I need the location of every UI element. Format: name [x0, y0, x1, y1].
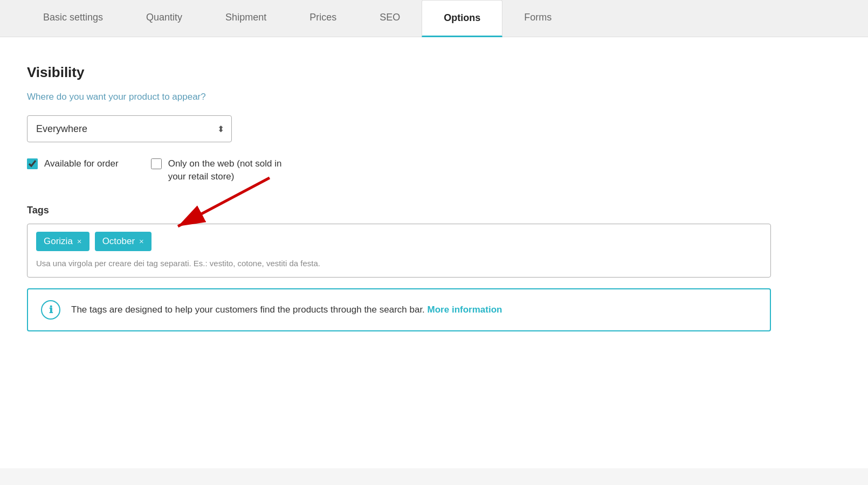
tags-section: Tags Gorizia × October × Usa una virgola…	[27, 205, 841, 278]
info-text-content: The tags are designed to help your custo…	[71, 304, 425, 315]
tab-basic-settings[interactable]: Basic settings	[22, 0, 125, 37]
tabs-nav: Basic settings Quantity Shipment Prices …	[0, 0, 868, 37]
visibility-title: Visibility	[27, 64, 841, 81]
info-text: The tags are designed to help your custo…	[71, 304, 502, 315]
info-box: ℹ The tags are designed to help your cus…	[27, 288, 771, 331]
tag-october-label: October	[102, 236, 135, 247]
visibility-dropdown-wrapper: Everywhere Online only In store only ⬍	[27, 115, 232, 142]
available-for-order-label: Available for order	[44, 157, 119, 170]
only-on-web-checkbox[interactable]	[151, 158, 162, 169]
tab-prices[interactable]: Prices	[288, 0, 358, 37]
tag-gorizia-close-icon[interactable]: ×	[77, 237, 82, 246]
visibility-dropdown[interactable]: Everywhere Online only In store only	[27, 115, 232, 142]
tag-october-close-icon[interactable]: ×	[139, 237, 144, 246]
more-information-link[interactable]: More information	[428, 304, 502, 315]
tags-hint: Usa una virgola per creare dei tag separ…	[36, 259, 762, 268]
tag-gorizia[interactable]: Gorizia ×	[36, 232, 89, 251]
tag-october[interactable]: October ×	[95, 232, 151, 251]
only-on-web-label: Only on the web (not sold in your retail…	[168, 157, 287, 183]
tags-title: Tags	[27, 205, 841, 216]
tab-quantity[interactable]: Quantity	[125, 0, 204, 37]
tags-row: Gorizia × October ×	[36, 232, 762, 251]
available-for-order-item: Available for order	[27, 157, 119, 170]
available-for-order-checkbox[interactable]	[27, 158, 38, 169]
only-on-web-item: Only on the web (not sold in your retail…	[151, 157, 287, 183]
tab-shipment[interactable]: Shipment	[204, 0, 288, 37]
visibility-subtitle: Where do you want your product to appear…	[27, 92, 841, 102]
tags-box[interactable]: Gorizia × October × Usa una virgola per …	[27, 224, 771, 278]
info-icon: ℹ	[41, 300, 60, 320]
tab-options[interactable]: Options	[422, 0, 502, 37]
visibility-section: Visibility Where do you want your produc…	[27, 64, 841, 183]
svg-line-1	[178, 178, 270, 226]
tab-seo[interactable]: SEO	[358, 0, 422, 37]
tab-forms[interactable]: Forms	[502, 0, 573, 37]
tag-gorizia-label: Gorizia	[44, 236, 73, 247]
main-content: Visibility Where do you want your produc…	[0, 37, 868, 468]
checkbox-row: Available for order Only on the web (not…	[27, 157, 841, 183]
